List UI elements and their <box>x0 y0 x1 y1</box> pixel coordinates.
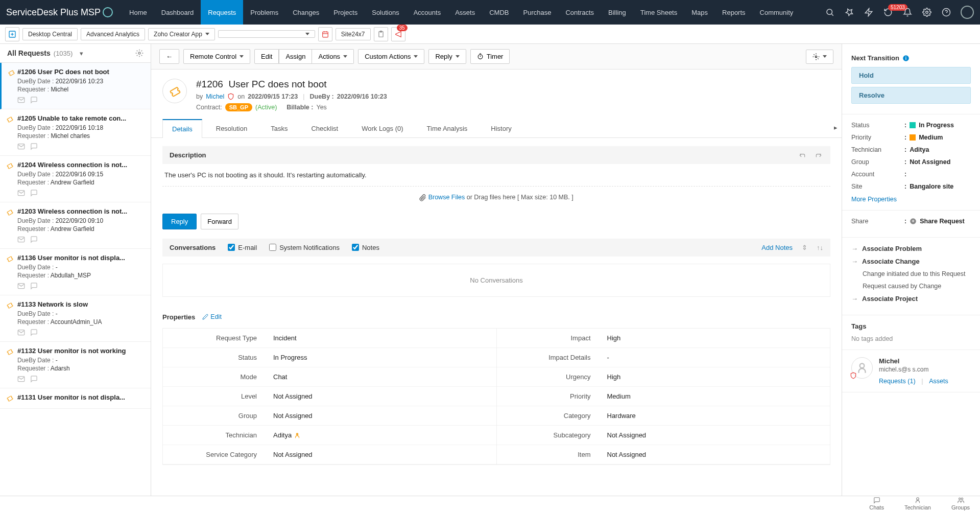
associate-project[interactable]: Associate Project <box>851 295 971 303</box>
help-icon[interactable] <box>941 7 951 17</box>
mail-icon[interactable] <box>17 96 25 104</box>
pin-icon[interactable] <box>844 7 854 17</box>
list-item[interactable]: #1136 User monitor is not displa...DueBy… <box>0 249 151 295</box>
remote-control-button[interactable]: Remote Control <box>183 49 250 64</box>
nav-cmdb[interactable]: CMDB <box>482 0 516 25</box>
recent-icon[interactable]: 51203 <box>883 7 893 17</box>
tab-resolution[interactable]: Resolution <box>206 119 257 138</box>
forward-arrow-icon[interactable] <box>814 152 823 159</box>
mail-icon[interactable] <box>17 236 25 243</box>
actions-button[interactable]: Actions <box>312 49 354 64</box>
bell-icon[interactable] <box>902 7 913 17</box>
list-settings-icon[interactable] <box>135 49 144 57</box>
note-icon[interactable] <box>30 143 38 150</box>
list-item[interactable]: #1203 Wireless connection is not...DueBy… <box>0 202 151 249</box>
groups-button[interactable]: Groups <box>951 497 970 510</box>
detail-settings-button[interactable] <box>806 50 833 64</box>
list-item[interactable]: #1206 User PC does not bootDueBy Date : … <box>0 63 151 109</box>
tab-tasks[interactable]: Tasks <box>261 119 297 138</box>
nav-requests[interactable]: Requests <box>201 0 243 25</box>
hold-button[interactable]: Hold <box>851 67 971 84</box>
nav-home[interactable]: Home <box>122 0 154 25</box>
site24x7-chip[interactable]: Site24x7 <box>336 28 371 40</box>
nav-accounts[interactable]: Accounts <box>407 0 448 25</box>
nav-problems[interactable]: Problems <box>243 0 285 25</box>
nav-changes[interactable]: Changes <box>285 0 326 25</box>
nav-billing[interactable]: Billing <box>601 0 633 25</box>
share-request-button[interactable]: +Share Request <box>910 218 965 225</box>
advanced-analytics-chip[interactable]: Advanced Analytics <box>81 28 145 40</box>
chats-button[interactable]: Chats <box>869 497 884 510</box>
nav-reports[interactable]: Reports <box>715 0 753 25</box>
nav-purchase[interactable]: Purchase <box>516 0 558 25</box>
tabs-scroll-right-icon[interactable]: ▸ <box>834 124 838 131</box>
sort-icon[interactable]: ↑↓ <box>817 244 823 251</box>
contact-assets-link[interactable]: Assets <box>929 378 948 385</box>
mail-icon[interactable] <box>17 282 25 290</box>
assign-button[interactable]: Assign <box>279 49 312 64</box>
expand-icon[interactable]: ⇕ <box>802 244 807 251</box>
resolve-button[interactable]: Resolve <box>851 87 971 104</box>
tab-time-analysis[interactable]: Time Analysis <box>417 119 477 138</box>
announcements-icon[interactable]: 35 <box>391 27 405 41</box>
back-button[interactable]: ← <box>159 49 179 64</box>
mail-icon[interactable] <box>17 329 25 336</box>
list-item[interactable]: #1204 Wireless connection is not...DueBy… <box>0 156 151 202</box>
nav-assets[interactable]: Assets <box>448 0 482 25</box>
reply-arrow-icon[interactable] <box>798 152 807 159</box>
list-item[interactable]: #1205 Unable to take remote con...DueBy … <box>0 109 151 156</box>
change-initiated-link[interactable]: Change initiated due to this Request <box>851 270 971 277</box>
nav-projects[interactable]: Projects <box>326 0 365 25</box>
nav-community[interactable]: Community <box>753 0 801 25</box>
zoho-creator-chip[interactable]: Zoho Creator App <box>148 28 215 40</box>
search-icon[interactable] <box>825 7 835 17</box>
note-icon[interactable] <box>30 96 38 104</box>
email-checkbox[interactable]: E-mail <box>228 244 257 251</box>
browse-files-link[interactable]: Browse Files <box>428 194 465 201</box>
calendar-icon[interactable] <box>318 27 332 41</box>
request-caused-link[interactable]: Request caused by Change <box>851 283 971 290</box>
custom-actions-button[interactable]: Custom Actions <box>358 49 424 64</box>
more-properties-link[interactable]: More Properties <box>851 196 897 203</box>
notes-checkbox[interactable]: Notes <box>352 244 379 251</box>
list-item[interactable]: #1132 User monitor is not workingDueBy D… <box>0 342 151 388</box>
tab-details[interactable]: Details <box>162 119 202 138</box>
note-icon[interactable] <box>30 375 38 383</box>
note-icon[interactable] <box>30 282 38 290</box>
selector-dropdown[interactable] <box>218 30 315 38</box>
add-notes-link[interactable]: Add Notes <box>761 244 793 251</box>
gear-icon[interactable] <box>922 7 932 17</box>
mail-icon[interactable] <box>17 143 25 150</box>
forward-button[interactable]: Forward <box>201 214 238 229</box>
associate-change[interactable]: Associate Change <box>851 258 971 265</box>
reply-dropdown-button[interactable]: Reply <box>428 49 466 64</box>
quick-create-icon[interactable] <box>5 27 19 41</box>
tab-work-logs-[interactable]: Work Logs (0) <box>352 119 413 138</box>
attachment-dropzone[interactable]: Browse Files or Drag files here [ Max si… <box>162 187 830 208</box>
list-item[interactable]: #1133 Network is slowDueBy Date : -Reque… <box>0 295 151 342</box>
mail-icon[interactable] <box>17 189 25 197</box>
bolt-icon[interactable] <box>864 7 874 17</box>
nav-dashboard[interactable]: Dashboard <box>154 0 201 25</box>
note-icon[interactable] <box>30 189 38 197</box>
tab-checklist[interactable]: Checklist <box>301 119 348 138</box>
edit-properties-link[interactable]: Edit <box>202 313 222 320</box>
nav-solutions[interactable]: Solutions <box>365 0 406 25</box>
list-header[interactable]: All Requests (1035) ▾ <box>0 44 151 63</box>
note-icon[interactable] <box>30 236 38 243</box>
desktop-central-chip[interactable]: Desktop Central <box>22 28 78 40</box>
timer-button[interactable]: Timer <box>470 49 510 64</box>
edit-button[interactable]: Edit <box>254 49 279 64</box>
system-notifications-checkbox[interactable]: System Notifications <box>269 244 340 251</box>
mail-icon[interactable] <box>17 375 25 383</box>
technician-button[interactable]: Technician <box>904 497 931 510</box>
list-item[interactable]: #1131 User monitor is not displa... <box>0 388 151 409</box>
profile-avatar[interactable] <box>961 6 974 19</box>
note-icon[interactable] <box>30 329 38 336</box>
clipboard-icon[interactable] <box>374 27 388 41</box>
associate-problem[interactable]: Associate Problem <box>851 245 971 252</box>
nav-maps[interactable]: Maps <box>684 0 715 25</box>
requester-link[interactable]: Michel <box>206 93 224 100</box>
nav-contracts[interactable]: Contracts <box>558 0 601 25</box>
contact-requests-link[interactable]: Requests (1) <box>879 378 916 385</box>
